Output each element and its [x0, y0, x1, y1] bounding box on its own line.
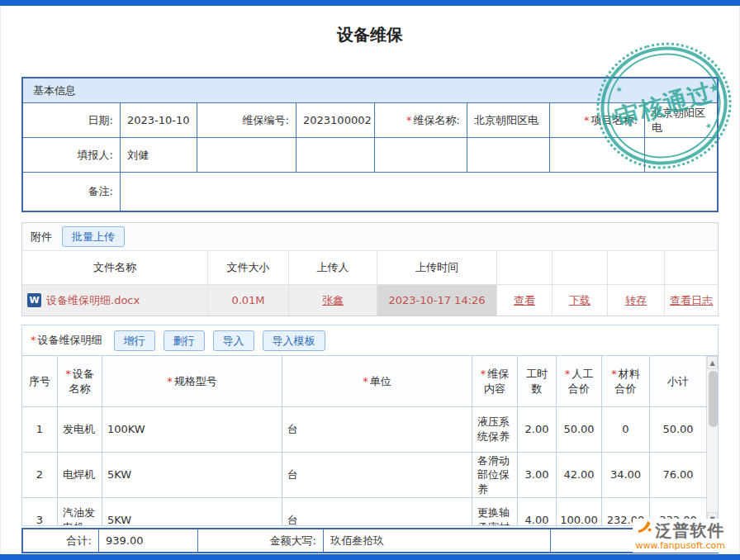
row-content: 液压系统保养: [472, 407, 518, 453]
col-header-empty: [553, 251, 608, 285]
word-file-icon: W: [27, 293, 41, 307]
col-header-file-size: 文件大小: [208, 251, 289, 285]
row-model: 100KW: [102, 407, 282, 453]
row-subtotal: 50.00: [650, 407, 706, 453]
add-row-button[interactable]: 增行: [114, 330, 155, 351]
col-header-device: *设备名称: [58, 356, 102, 407]
attachment-save-link[interactable]: 转存: [608, 285, 665, 316]
row-content: 更换轴承密封: [472, 498, 518, 525]
top-border-bar: [0, 0, 740, 6]
scrollbar-thumb[interactable]: [709, 371, 718, 427]
col-header-content: *维保内容: [472, 356, 518, 407]
empty-cell: [645, 138, 717, 173]
col-header-seq: 序号: [22, 356, 58, 407]
delete-row-button[interactable]: 删行: [164, 330, 205, 351]
remark-label: 备注:: [23, 173, 121, 211]
col-header-upload-time: 上传时间: [377, 251, 497, 285]
maintenance-detail-section: *设备维保明细 增行 删行 导入 导入模板 序号 *设备名称 *规格型号 *单位…: [21, 325, 719, 526]
maintenance-no-label: 维保编号:: [197, 103, 296, 138]
bottom-border-bar: [0, 554, 740, 560]
brand-site: www.fanpusoft.com: [636, 540, 725, 551]
total-label: 合计:: [23, 529, 99, 552]
amount-words-value: 玖佰叁拾玖: [324, 529, 551, 552]
empty-cell: [550, 138, 645, 173]
row-content: 各滑动部位保养: [472, 453, 518, 498]
brand-name: 泛普软件: [656, 522, 725, 539]
detail-table: 序号 *设备名称 *规格型号 *单位 *维保内容 工时数 *人工合价 *材料合价…: [22, 356, 706, 525]
col-header-empty: [665, 251, 718, 285]
scroll-up-icon[interactable]: ▲: [707, 356, 718, 369]
remark-value: [121, 173, 717, 211]
col-header-material: *材料合价: [602, 356, 650, 407]
attachment-download-link[interactable]: 下载: [553, 285, 608, 316]
attachment-log-link[interactable]: 查看日志: [665, 285, 718, 316]
scrollbar-track[interactable]: [707, 369, 718, 512]
row-device: 汽油发电机: [58, 498, 102, 525]
detail-table-wrapper: 序号 *设备名称 *规格型号 *单位 *维保内容 工时数 *人工合价 *材料合价…: [22, 355, 718, 525]
page-title: 设备维保: [1, 6, 739, 45]
col-header-file-name: 文件名称: [22, 251, 208, 285]
total-value: 939.00: [99, 529, 198, 552]
row-labor: 100.00: [557, 498, 602, 525]
attachment-file-size: 0.01M: [208, 285, 289, 316]
col-header-uploader: 上传人: [289, 251, 377, 285]
col-header-subtotal: 小计: [650, 356, 706, 407]
row-hours: 3.00: [518, 453, 557, 498]
attachment-uploader[interactable]: 张鑫: [289, 285, 377, 316]
row-model: 5KW: [102, 453, 282, 498]
equipment-maintenance-page: 设备维保 ★ ★ ★ ★ 审核通过 基本信息 日期: 2023-10-10 维保…: [0, 6, 740, 554]
empty-cell: [197, 138, 296, 173]
maintenance-name-value: 北京朝阳区电: [467, 103, 550, 138]
col-header-model: *规格型号: [102, 356, 282, 407]
totals-footer: 合计: 939.00 金额大写: 玖佰叁拾玖: [21, 528, 719, 553]
attachment-file-name[interactable]: W 设备维保明细.docx: [22, 285, 208, 316]
row-labor: 50.00: [557, 407, 602, 453]
basic-info-grid: 日期: 2023-10-10 维保编号: 2023100002 *维保名称: 北…: [23, 103, 717, 211]
brand-logo: 泛普软件 www.fanpusoft.com: [633, 519, 728, 553]
reporter-label: 填报人:: [23, 138, 121, 173]
row-unit: 台: [282, 407, 472, 453]
detail-section-title: *设备维保明细: [31, 333, 102, 348]
row-subtotal: 76.00: [650, 453, 706, 498]
col-header-labor: *人工合价: [557, 356, 602, 407]
fanpu-logo-icon: [636, 520, 652, 539]
batch-upload-button[interactable]: 批量上传: [62, 226, 125, 247]
row-labor: 42.00: [557, 453, 602, 498]
col-header-empty: [497, 251, 553, 285]
row-seq: 3: [22, 498, 58, 525]
row-device: 电焊机: [58, 453, 102, 498]
date-label: 日期:: [23, 103, 121, 138]
empty-cell: [296, 138, 375, 173]
col-header-empty: [608, 251, 665, 285]
col-header-hours: 工时数: [518, 356, 557, 407]
row-unit: 台: [282, 453, 472, 498]
reporter-value: 刘健: [121, 138, 197, 173]
attachments-section: 附件 批量上传 文件名称 文件大小 上传人 上传时间 W 设备维保明细.docx…: [21, 222, 719, 316]
attachments-section-title: 附件: [31, 230, 52, 244]
col-header-unit: *单位: [282, 356, 472, 407]
row-seq: 2: [22, 453, 58, 498]
maintenance-name-label: *维保名称:: [375, 103, 467, 138]
import-button[interactable]: 导入: [213, 330, 254, 351]
amount-words-label: 金额大写:: [198, 529, 324, 552]
maintenance-no-value: 2023100002: [296, 103, 375, 138]
project-name-value: 北京朝阳区电: [645, 103, 717, 138]
row-seq: 1: [22, 407, 58, 453]
basic-info-section-title: 基本信息: [23, 78, 717, 103]
vertical-scrollbar[interactable]: ▲ ▼: [706, 356, 718, 525]
attachment-upload-time: 2023-10-17 14:26: [377, 285, 497, 316]
import-template-button[interactable]: 导入模板: [263, 330, 325, 351]
row-unit: 台: [282, 498, 472, 525]
detail-toolbar: *设备维保明细 增行 删行 导入 导入模板: [22, 325, 718, 355]
basic-info-section: 基本信息 日期: 2023-10-10 维保编号: 2023100002 *维保…: [21, 77, 719, 212]
row-device: 发电机: [58, 407, 102, 453]
date-value: 2023-10-10: [121, 103, 197, 138]
attachment-view-link[interactable]: 查看: [497, 285, 553, 316]
row-hours: 4.00: [518, 498, 557, 525]
attachments-table: 文件名称 文件大小 上传人 上传时间 W 设备维保明细.docx 0.01M 张…: [22, 251, 718, 316]
attachments-header: 附件 批量上传: [22, 223, 718, 251]
row-material: 34.00: [602, 453, 650, 498]
row-model: 5KW: [102, 498, 282, 525]
row-material: 0: [602, 407, 650, 453]
empty-cell: [467, 138, 550, 173]
